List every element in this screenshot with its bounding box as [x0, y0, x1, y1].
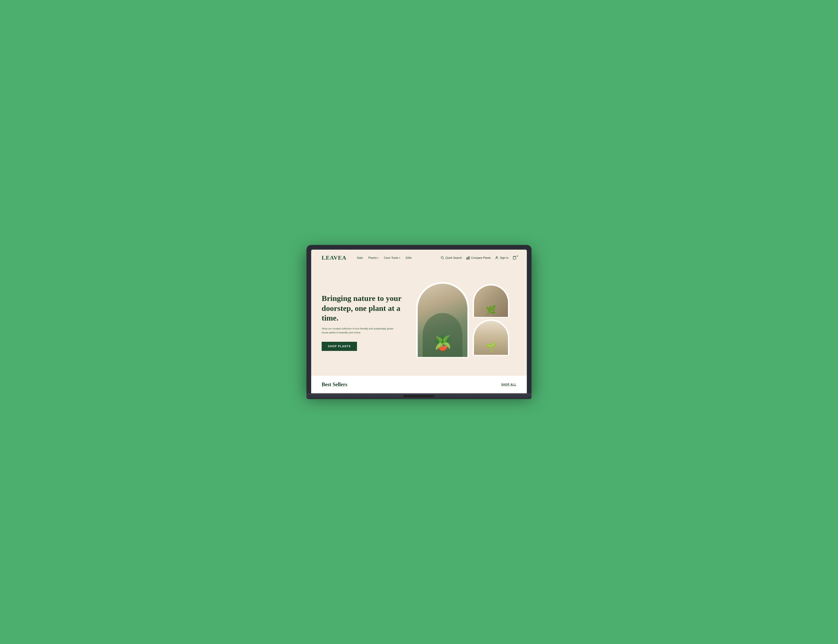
- search-icon: [440, 256, 444, 260]
- shop-all-link[interactable]: SHOP ALL: [501, 383, 516, 386]
- chevron-down-icon: ▾: [377, 257, 378, 259]
- screen-bezel: LEAVEA Sale Plants ▾ Care Tools ▾ Gifts: [306, 245, 532, 393]
- hero-content: Bringing nature to your doorstep, one pl…: [322, 288, 409, 351]
- user-icon: [495, 256, 499, 260]
- compare-plants-button[interactable]: Compare Plants: [466, 256, 491, 260]
- shop-plants-button[interactable]: SHOP PLANTS: [322, 342, 357, 351]
- plant-scene-shelf: [474, 286, 508, 317]
- nav-item-gifts[interactable]: Gifts: [405, 256, 412, 260]
- cart-button[interactable]: 0: [513, 256, 516, 260]
- nav-links: Sale Plants ▾ Care Tools ▾ Gifts: [357, 256, 438, 260]
- svg-rect-4: [469, 256, 470, 260]
- sign-in-button[interactable]: Sign In: [495, 256, 508, 260]
- laptop-base: [306, 393, 532, 399]
- laptop-container: LEAVEA Sale Plants ▾ Care Tools ▾ Gifts: [306, 245, 532, 399]
- hero-description: Shop our curated collection of eco-frien…: [322, 327, 395, 334]
- best-sellers-title: Best Sellers: [322, 381, 347, 388]
- cart-count: 0: [517, 255, 518, 257]
- hero-image-main-wrapper: [416, 282, 469, 357]
- laptop-hinge: [403, 395, 435, 397]
- plant-scene-main: [418, 284, 467, 357]
- plant-scene-monstera: [474, 321, 508, 355]
- hero-images: [409, 282, 516, 357]
- hero-image-monstera-wrapper: [473, 320, 509, 355]
- nav-actions: Quick Search Compare Plants: [440, 256, 516, 260]
- hero-title: Bringing nature to your doorstep, one pl…: [322, 293, 409, 323]
- nav-item-plants[interactable]: Plants ▾: [368, 256, 379, 260]
- chevron-down-icon: ▾: [399, 257, 400, 259]
- hero-section: Bringing nature to your doorstep, one pl…: [311, 266, 527, 376]
- svg-line-1: [443, 258, 444, 260]
- quick-search-button[interactable]: Quick Search: [440, 256, 462, 260]
- svg-rect-2: [467, 258, 467, 260]
- nav-item-care-tools[interactable]: Care Tools ▾: [384, 256, 401, 260]
- hero-image-shelf-wrapper: [473, 284, 509, 317]
- hero-images-right: [473, 284, 509, 355]
- svg-point-0: [441, 256, 443, 258]
- hero-image-shelf: [474, 286, 508, 317]
- site-logo[interactable]: LEAVEA: [322, 255, 347, 261]
- svg-point-5: [496, 256, 498, 258]
- hero-image-monstera: [474, 321, 508, 355]
- nav-item-sale[interactable]: Sale: [357, 256, 363, 260]
- compare-icon: [466, 256, 470, 260]
- svg-rect-3: [468, 257, 468, 260]
- navbar: LEAVEA Sale Plants ▾ Care Tools ▾ Gifts: [311, 250, 527, 266]
- best-sellers-section: Best Sellers SHOP ALL: [311, 376, 527, 393]
- cart-icon: [513, 256, 516, 260]
- screen: LEAVEA Sale Plants ▾ Care Tools ▾ Gifts: [311, 250, 527, 393]
- hero-image-main: [418, 284, 467, 357]
